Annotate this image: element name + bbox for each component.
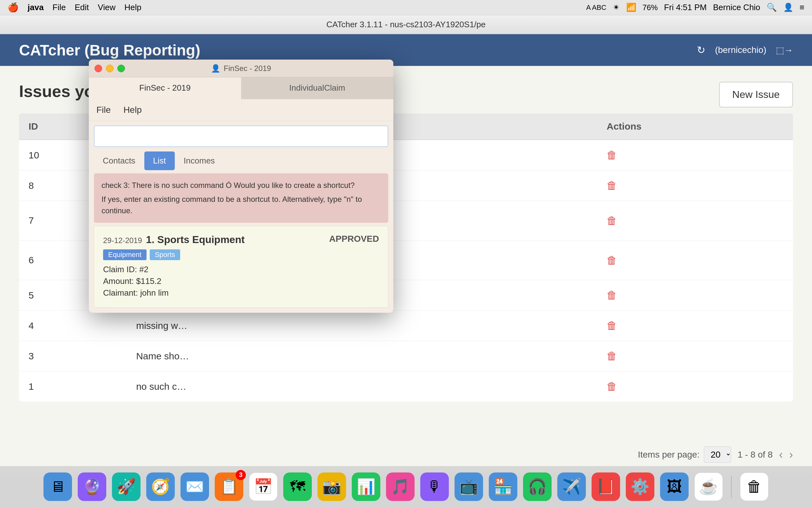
- preview-icon: 🖼: [667, 478, 682, 495]
- titlebar: CATcher 3.1.11 - nus-cs2103-AY1920S1/pe: [0, 15, 812, 34]
- next-page-button[interactable]: ›: [789, 448, 793, 461]
- file-menu[interactable]: File: [53, 3, 66, 12]
- subtab-incomes[interactable]: Incomes: [175, 152, 223, 170]
- claim-tags: Equipment Sports: [103, 249, 379, 260]
- claim-title-text: Sports Equipment: [157, 234, 245, 245]
- claim-number: 1.: [146, 234, 154, 245]
- bluetooth-icon: ✴: [613, 3, 620, 12]
- prev-page-button[interactable]: ‹: [779, 448, 783, 461]
- header-right: ↻ (bernicechio) ⬚→: [697, 44, 793, 56]
- delete-icon[interactable]: 🗑: [606, 254, 617, 266]
- cell-3: [390, 170, 459, 201]
- modal-help-menu[interactable]: Help: [123, 105, 142, 115]
- delete-icon[interactable]: 🗑: [606, 350, 617, 362]
- app-menu-item[interactable]: java: [28, 3, 44, 12]
- app-background: CATcher (Bug Reporting) ↻ (bernicechio) …: [0, 34, 812, 475]
- dock-item-siri[interactable]: 🔮: [78, 472, 106, 501]
- cell-5: [528, 311, 597, 341]
- dock-item-acrobat[interactable]: 📕: [592, 472, 620, 501]
- new-issue-button[interactable]: New Issue: [719, 82, 793, 107]
- cell-id: 3: [19, 341, 126, 372]
- col-5: [528, 113, 597, 140]
- dock: 🖥 🔮 🚀 🧭 ✉️ 📋 3 📅 🗺 📸 📊 🎵 🎙 📺 🏪 🎧 ✈️ 📕 ⚙️…: [0, 466, 812, 507]
- cell-3: [390, 201, 459, 240]
- apple-menu[interactable]: 🍎: [8, 2, 19, 13]
- cell-3: [390, 372, 459, 402]
- cell-title: no such c…: [126, 372, 390, 402]
- claim-status: APPROVED: [329, 234, 379, 244]
- finder-icon: 🖥: [50, 478, 65, 495]
- cell-5: [528, 170, 597, 201]
- dock-item-maps[interactable]: 🗺: [283, 472, 312, 501]
- dock-item-photos[interactable]: 📸: [317, 472, 346, 501]
- modal-title-text: FinSec - 2019: [223, 64, 271, 73]
- cell-5: [528, 140, 597, 170]
- cell-4: [459, 240, 528, 280]
- claim-claimant-value: john lim: [140, 288, 169, 297]
- dock-item-finder[interactable]: 🖥: [44, 472, 72, 501]
- modal-error-line1: check 3: There is no such command Ó Woul…: [101, 180, 380, 191]
- tab-finsec[interactable]: FinSec - 2019: [89, 77, 241, 99]
- claim-id-value: #2: [139, 265, 148, 274]
- dock-item-music[interactable]: 🎵: [386, 472, 415, 501]
- modal-search-input[interactable]: [101, 131, 381, 141]
- help-menu[interactable]: Help: [124, 3, 141, 12]
- dock-item-podcasts[interactable]: 🎙: [420, 472, 449, 501]
- claim-card[interactable]: 29-12-2019 1. Sports Equipment APPROVED …: [94, 226, 388, 308]
- tab-individualclaim[interactable]: IndividualClaim: [241, 77, 393, 99]
- dock-item-spotify[interactable]: 🎧: [523, 472, 552, 501]
- claim-amount-label: Amount:: [103, 276, 134, 286]
- minimize-button[interactable]: [106, 65, 113, 72]
- claim-title: 1. Sports Equipment: [146, 234, 245, 245]
- delete-icon[interactable]: 🗑: [606, 320, 617, 331]
- delete-icon[interactable]: 🗑: [606, 380, 617, 392]
- subtab-list[interactable]: List: [144, 152, 175, 170]
- cell-id: 4: [19, 311, 126, 341]
- maximize-button[interactable]: [117, 65, 125, 72]
- cell-5: [528, 372, 597, 402]
- dock-item-calendar[interactable]: 📅: [249, 472, 277, 501]
- view-menu[interactable]: View: [98, 3, 115, 12]
- dock-item-numbers[interactable]: 📊: [352, 472, 380, 501]
- dock-item-notes[interactable]: 📋 3: [215, 472, 243, 501]
- trash-icon: 🗑: [747, 478, 762, 495]
- dock-item-coffee[interactable]: ☕: [694, 472, 723, 501]
- dock-item-trash[interactable]: 🗑: [740, 472, 768, 501]
- edit-menu[interactable]: Edit: [75, 3, 89, 12]
- delete-icon[interactable]: 🗑: [606, 289, 617, 301]
- dock-item-settings[interactable]: ⚙️: [626, 472, 654, 501]
- system-time: Fri 4:51 PM: [664, 3, 707, 12]
- close-button[interactable]: [95, 65, 102, 72]
- dock-item-safari[interactable]: 🧭: [146, 472, 175, 501]
- spotify-icon: 🎧: [528, 478, 547, 496]
- cell-actions: 🗑: [597, 341, 793, 372]
- logout-icon[interactable]: ⬚→: [776, 45, 793, 55]
- dock-item-appstore[interactable]: 🏪: [489, 472, 517, 501]
- delete-icon[interactable]: 🗑: [606, 179, 617, 191]
- col-4: [459, 113, 528, 140]
- cell-3: [390, 341, 459, 372]
- modal-search-container: [94, 125, 388, 147]
- dock-item-preview[interactable]: 🖼: [660, 472, 689, 501]
- settings-icon: ⚙️: [630, 478, 650, 496]
- acrobat-icon: 📕: [596, 478, 615, 496]
- dock-item-launchpad[interactable]: 🚀: [112, 472, 141, 501]
- items-per-page-select[interactable]: 20 50: [704, 447, 731, 463]
- cell-title: missing w…: [126, 311, 390, 341]
- claim-claimant-label: Claimant:: [103, 288, 138, 297]
- tag-equipment: Equipment: [103, 249, 147, 260]
- user-avatar: 👤: [783, 3, 793, 12]
- refresh-icon[interactable]: ↻: [697, 44, 705, 56]
- cell-actions: 🗑: [597, 372, 793, 402]
- podcasts-icon: 🎙: [427, 478, 442, 495]
- dock-item-mail[interactable]: ✉️: [181, 472, 209, 501]
- items-per-page: Items per page: 20 50: [638, 447, 731, 463]
- control-icon[interactable]: ≡: [800, 3, 804, 12]
- modal-file-menu[interactable]: File: [96, 105, 111, 115]
- delete-icon[interactable]: 🗑: [606, 215, 617, 227]
- dock-item-tv[interactable]: 📺: [455, 472, 483, 501]
- dock-item-telegram[interactable]: ✈️: [557, 472, 586, 501]
- subtab-contacts[interactable]: Contacts: [94, 152, 144, 170]
- delete-icon[interactable]: 🗑: [606, 149, 617, 161]
- search-icon[interactable]: 🔍: [767, 3, 777, 12]
